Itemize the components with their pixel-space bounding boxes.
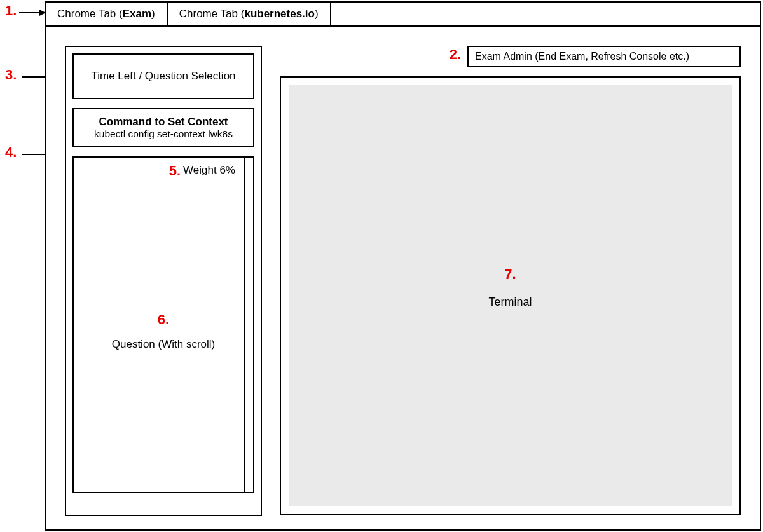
question-scrollbar[interactable] <box>244 158 253 492</box>
annotation-3: 3. <box>5 67 17 83</box>
tab-kubernetes[interactable]: Chrome Tab (kubernetes.io) <box>168 3 331 25</box>
main-window: Time Left / Question Selection Command t… <box>45 27 761 531</box>
context-command: kubectl config set-context lwk8s <box>78 128 249 140</box>
terminal-label: Terminal <box>488 296 532 308</box>
context-box: Command to Set Context kubectl config se… <box>72 108 254 147</box>
annotation-6: 6. <box>74 311 253 328</box>
terminal[interactable]: 7. Terminal <box>289 85 732 506</box>
tab-k8s-suffix: ) <box>315 8 319 20</box>
annotation-1: 1. <box>5 3 17 19</box>
context-title: Command to Set Context <box>78 116 249 128</box>
arrow-icon <box>19 9 46 17</box>
time-question-box[interactable]: Time Left / Question Selection <box>72 53 254 99</box>
exam-admin-box[interactable]: Exam Admin (End Exam, Refresh Console et… <box>467 46 741 67</box>
tab-exam-suffix: ) <box>151 8 155 20</box>
question-label: Question (With scroll) <box>112 338 215 350</box>
tab-exam-prefix: Chrome Tab ( <box>57 8 123 20</box>
exam-admin-label: Exam Admin (End Exam, Refresh Console et… <box>475 51 689 62</box>
tab-exam-bold: Exam <box>123 8 151 20</box>
question-weight: Weight 6% <box>183 164 235 177</box>
tab-k8s-bold: kubernetes.io <box>244 8 315 20</box>
question-box: 5. Weight 6% 6. Question (With scroll) <box>72 156 254 493</box>
annotation-7: 7. <box>289 266 732 283</box>
annotation-5: 5. <box>169 163 181 179</box>
annotation-2: 2. <box>450 46 461 63</box>
browser-tab-row: Chrome Tab (Exam) Chrome Tab (kubernetes… <box>45 1 761 27</box>
tab-k8s-prefix: Chrome Tab ( <box>179 8 245 20</box>
annotation-4: 4. <box>5 144 17 161</box>
tab-exam[interactable]: Chrome Tab (Exam) <box>46 3 168 25</box>
sidebar: Time Left / Question Selection Command t… <box>65 46 262 516</box>
console-panel: 7. Terminal <box>280 76 741 515</box>
time-question-label: Time Left / Question Selection <box>91 70 235 83</box>
